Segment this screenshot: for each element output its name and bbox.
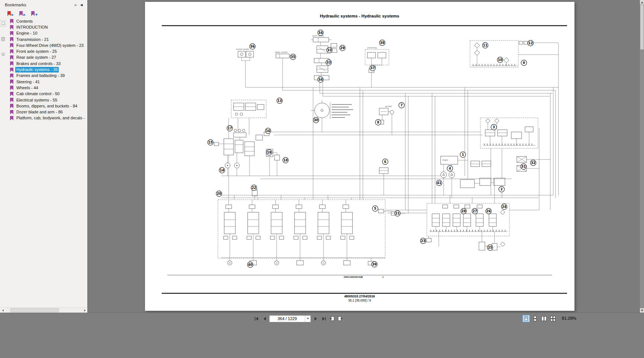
- callout-number: 35: [291, 55, 295, 59]
- bookmark-label: Cab climate control - 50: [15, 91, 61, 97]
- page-title: Hydraulic systems - Hydraulic systems: [320, 14, 399, 18]
- bookmark-icon: [10, 31, 13, 36]
- bookmark-item[interactable]: Steering - 41: [6, 79, 87, 85]
- bookmark-item[interactable]: Booms, dippers, and buckets - 84: [6, 103, 87, 109]
- previous-view-icon: [329, 316, 335, 321]
- bookmark-label: Contents: [15, 19, 34, 24]
- bookmark-item[interactable]: Contents: [6, 18, 87, 24]
- right-arrow-icon: [84, 309, 86, 312]
- page-number-value: 364 / 1229: [270, 316, 305, 321]
- vscroll-thumb[interactable]: [640, 5, 644, 49]
- status-bar: 364 / 1229: [0, 313, 644, 358]
- view-single-page-button[interactable]: [523, 315, 529, 322]
- hydraulic-schematic-diagram: Hydraulic systems - Hydraulic systems SM…: [145, 2, 574, 311]
- bookmark-purple-icon: [31, 11, 35, 16]
- bookmark-icon: [10, 74, 13, 78]
- bookmark-label: Hydraulic systems - 35: [15, 67, 59, 72]
- bookmark-item[interactable]: INTRODUCTION: [6, 24, 87, 30]
- callout-number: 1: [462, 153, 464, 157]
- callout-number: 20: [217, 192, 221, 196]
- sidebar-horizontal-scrollbar[interactable]: [0, 307, 87, 313]
- bookmark-icon: [10, 37, 13, 42]
- new-bookmark-button[interactable]: [7, 11, 14, 17]
- bookmarks-panel-header: Bookmarks » ◄: [0, 0, 87, 10]
- bookmark-item[interactable]: Wheels - 44: [6, 85, 87, 91]
- bookmark-item[interactable]: Brakes and controls - 33: [6, 61, 87, 67]
- nav-tab-bookmarks[interactable]: [0, 20, 6, 26]
- callout-number: 40: [248, 263, 252, 267]
- hscroll-track[interactable]: [5, 308, 82, 313]
- vertical-scrollbar[interactable]: [640, 0, 644, 313]
- callout-number: 13: [277, 99, 282, 103]
- callout-number: 15: [208, 141, 213, 144]
- next-page-icon: [313, 317, 318, 321]
- pdf-viewer-window: Bookmarks » ◄: [0, 0, 644, 358]
- bookmark-label: INTRODUCTION: [15, 25, 49, 30]
- bookmark-item[interactable]: Transmission - 21: [6, 36, 87, 42]
- callout-number: 21: [395, 212, 400, 215]
- callout-number: 4: [449, 167, 451, 170]
- document-canvas: Hydraulic systems - Hydraulic systems SM…: [88, 0, 644, 313]
- bookmark-item[interactable]: Electrical systems - 55: [6, 97, 87, 103]
- bookmark-label: Four-Wheel Drive (4WD) system - 23: [15, 43, 85, 48]
- continuous-page-icon: [532, 316, 538, 321]
- view-continuous-button[interactable]: [532, 315, 538, 322]
- bookmark-icon: [10, 98, 13, 102]
- view-facing-button[interactable]: [541, 315, 547, 322]
- scroll-right-button[interactable]: [82, 308, 87, 313]
- next-view-button[interactable]: [337, 316, 344, 322]
- first-page-button[interactable]: [253, 316, 260, 322]
- bookmark-item[interactable]: Hydraulic systems - 35: [6, 67, 87, 72]
- bookmark-item[interactable]: Front axle system - 25: [6, 48, 87, 54]
- bookmark-purple-icon: [19, 11, 23, 16]
- hscroll-thumb[interactable]: [10, 308, 59, 312]
- bookmark-label: Platform, cab, bodywork, and decals -: [15, 115, 86, 121]
- bookmark-label: Front axle system - 25: [15, 49, 58, 54]
- callout-number: 28: [461, 209, 466, 213]
- previous-view-button[interactable]: [329, 316, 335, 322]
- bookmark-label: Transmission - 21: [15, 37, 50, 42]
- bookmark-item[interactable]: Frames and ballasting - 39: [6, 73, 87, 79]
- bookmark-icon: [10, 43, 13, 48]
- bookmarks-toolbar: [0, 10, 87, 18]
- panel-menu-button[interactable]: »: [73, 2, 78, 8]
- callout-number: 26: [486, 209, 491, 213]
- arrow-right-icon: [12, 14, 14, 16]
- scroll-left-button[interactable]: [0, 308, 5, 313]
- callout-number: 39: [372, 262, 377, 266]
- facing-pages-icon: [541, 316, 547, 321]
- bookmark-icon: [10, 49, 13, 54]
- bookmark-list: ContentsINTRODUCTIONEngine - 10Transmiss…: [6, 18, 87, 307]
- bookmark-label: Brakes and controls - 33: [15, 61, 62, 67]
- dropdown-arrow-icon: [307, 318, 309, 319]
- bookmark-icon: [10, 55, 13, 60]
- callout-number: 24: [502, 205, 506, 209]
- last-page-button[interactable]: [321, 316, 327, 322]
- nav-tab-layers[interactable]: [0, 52, 6, 57]
- panel-collapse-button[interactable]: ◄: [78, 2, 84, 8]
- bookmark-item[interactable]: Engine - 10: [6, 30, 87, 36]
- prev-page-button[interactable]: [261, 316, 268, 322]
- page-view-modes: [523, 315, 556, 322]
- nav-tab-pages[interactable]: [0, 36, 6, 42]
- diagram-sheet-number: 1: [382, 276, 384, 278]
- callout-number: 37: [370, 66, 375, 70]
- bookmark-item[interactable]: Dozer blade and arm - 86: [6, 109, 87, 115]
- scroll-up-button[interactable]: [640, 0, 644, 4]
- bookmark-item[interactable]: Platform, cab, bodywork, and decals -: [6, 115, 87, 121]
- bookmark-label: Engine - 10: [15, 30, 38, 36]
- scroll-down-button[interactable]: [640, 308, 644, 313]
- bookmark-item[interactable]: Four-Wheel Drive (4WD) system - 23: [6, 42, 87, 48]
- page-number-input[interactable]: 364 / 1229: [269, 315, 311, 322]
- collapse-bookmarks-button[interactable]: [31, 11, 38, 17]
- expand-current-bookmark-button[interactable]: [19, 11, 26, 17]
- bookmark-icon: [10, 68, 13, 72]
- bookmark-item[interactable]: Cab climate control - 50: [6, 91, 87, 97]
- next-page-button[interactable]: [312, 316, 319, 322]
- page-dropdown-button[interactable]: [305, 316, 310, 322]
- up-arrow-icon: [641, 1, 643, 3]
- view-continuous-facing-button[interactable]: [550, 315, 556, 322]
- diagram-label: boom cylinder: [312, 35, 324, 37]
- bookmark-label: Electrical systems - 55: [15, 97, 58, 103]
- bookmark-item[interactable]: Rear axle system - 27: [6, 55, 87, 61]
